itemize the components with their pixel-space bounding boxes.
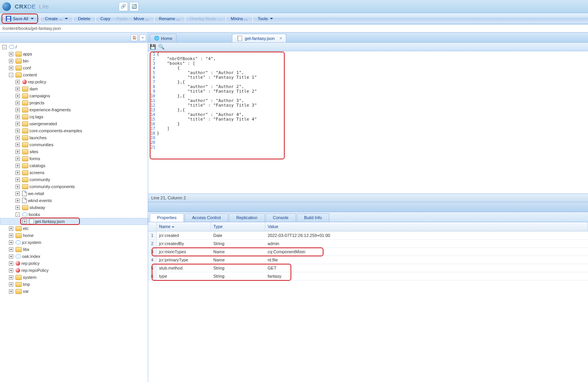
tree-node-jcr:system[interactable]: +jcr:system — [0, 239, 148, 246]
tab-build-info[interactable]: Build Info — [297, 213, 329, 222]
editor-save-icon[interactable]: 💾 — [150, 44, 156, 50]
expand-icon[interactable]: + — [16, 94, 20, 98]
rename-button[interactable]: Rename ... — [156, 15, 183, 22]
tab-properties[interactable]: Properties — [150, 213, 184, 222]
tree-home-button[interactable]: 🏠 — [131, 34, 138, 41]
tree-node-books[interactable]: -books — [0, 211, 148, 218]
properties-grid[interactable]: 1jcr:createdDate2022-03-07T12:26:12.259+… — [148, 232, 588, 382]
tree-node-rep:policy[interactable]: +rep:policy — [0, 78, 148, 85]
tree-node-community[interactable]: +community — [0, 176, 148, 183]
property-row[interactable]: 1jcr:createdDate2022-03-07T12:26:12.259+… — [148, 232, 588, 240]
tree-node-we-retail[interactable]: +we-retail — [0, 190, 148, 197]
expand-icon[interactable]: + — [9, 282, 13, 287]
tree-node-home[interactable]: +home — [0, 232, 148, 239]
tree-node-tmp[interactable]: +tmp — [0, 281, 148, 288]
expand-icon[interactable]: + — [16, 178, 20, 182]
expand-icon[interactable]: + — [9, 226, 13, 231]
copy-button[interactable]: Copy — [97, 15, 114, 22]
mixins-button[interactable]: Mixins ... — [228, 15, 251, 22]
breadcrumb[interactable]: /content/books/get-fantasy.json — [0, 24, 588, 33]
header-tool-link-icon[interactable]: 🔗 — [119, 2, 128, 11]
expand-icon[interactable]: + — [9, 66, 13, 70]
expand-icon[interactable]: + — [22, 220, 27, 224]
expand-icon[interactable]: - — [2, 45, 7, 49]
tree-node-forms[interactable]: +forms — [0, 155, 148, 162]
expand-icon[interactable]: + — [16, 108, 20, 112]
tab-home[interactable]: 🌐 Home — [150, 34, 176, 42]
property-row[interactable]: 6typeStringfantasy — [148, 272, 588, 280]
property-row[interactable]: 4jcr:primaryTypeNament:file — [148, 256, 588, 264]
expand-icon[interactable]: + — [16, 115, 20, 119]
col-type[interactable]: Type — [211, 222, 265, 231]
tree-node-dam[interactable]: +dam — [0, 85, 148, 92]
col-name[interactable]: Name — [157, 222, 211, 231]
tree-node-apps[interactable]: +apps — [0, 50, 148, 57]
tree-node-communities[interactable]: +communities — [0, 141, 148, 148]
tree-node-cq:tags[interactable]: +cq:tags — [0, 113, 148, 120]
delete-button[interactable]: Delete — [75, 15, 93, 22]
expand-icon[interactable]: + — [9, 52, 13, 56]
save-all-button[interactable]: Save All — [3, 15, 37, 22]
code-editor[interactable]: 123456789101112131415161718192021 { "nbr… — [148, 51, 588, 150]
tree-node-usergenerated[interactable]: +usergenerated — [0, 120, 148, 127]
tree-collapse-button[interactable]: « — [139, 34, 146, 41]
move-button[interactable]: Move ... — [131, 15, 152, 22]
expand-icon[interactable]: + — [9, 247, 13, 252]
create-button[interactable]: Create ... — [42, 15, 71, 22]
expand-icon[interactable]: + — [16, 80, 20, 84]
tree-node-catalogs[interactable]: +catalogs — [0, 162, 148, 169]
tools-button[interactable]: Tools — [254, 15, 276, 22]
tree-node-libs[interactable]: +libs — [0, 246, 148, 253]
expand-icon[interactable]: + — [16, 122, 20, 126]
expand-icon[interactable]: + — [9, 275, 13, 280]
expand-icon[interactable]: + — [9, 233, 13, 238]
tree-node-get-fantasy[interactable]: +get-fantasy.json — [0, 218, 148, 225]
tree-node-experience-fragments[interactable]: +experience-fragments — [0, 106, 148, 113]
expand-icon[interactable]: - — [9, 73, 13, 77]
property-row[interactable]: 2jcr:createdByStringadmin — [148, 240, 588, 248]
header-tool-refresh-icon[interactable]: 🔄 — [130, 2, 139, 11]
tree-node-campaigns[interactable]: +campaigns — [0, 92, 148, 99]
expand-icon[interactable]: + — [16, 101, 20, 105]
tree-node-launches[interactable]: +launches — [0, 134, 148, 141]
expand-icon[interactable]: + — [16, 157, 20, 161]
expand-icon[interactable]: + — [16, 185, 20, 189]
expand-icon[interactable]: + — [16, 143, 20, 147]
tree-node-etc[interactable]: +etc — [0, 225, 148, 232]
expand-icon[interactable]: + — [16, 199, 20, 203]
tab-file[interactable]: get-fantasy.json × — [232, 34, 286, 42]
tree-node-core-components-examples[interactable]: +core-components-examples — [0, 127, 148, 134]
tree-node-projects[interactable]: +projects — [0, 99, 148, 106]
expand-icon[interactable]: + — [16, 171, 20, 175]
tab-access-control[interactable]: Access Control — [185, 213, 228, 222]
property-row[interactable]: 5stub.methodStringGET — [148, 264, 588, 272]
tree-node-conf[interactable]: +conf — [0, 64, 148, 71]
close-icon[interactable]: × — [279, 36, 282, 41]
expand-icon[interactable]: + — [16, 150, 20, 154]
expand-icon[interactable]: + — [16, 129, 20, 133]
expand-icon[interactable]: + — [16, 87, 20, 91]
tab-console[interactable]: Console — [266, 213, 296, 222]
tab-replication[interactable]: Replication — [229, 213, 265, 222]
expand-icon[interactable]: + — [16, 136, 20, 140]
tree-node-system[interactable]: +system — [0, 274, 148, 281]
tree-node-rep:policy[interactable]: +rep:policy — [0, 260, 148, 267]
tree-node-oak:index[interactable]: +oak:index — [0, 253, 148, 260]
expand-icon[interactable]: + — [9, 261, 13, 266]
repository-tree[interactable]: -/+apps+bin+conf-content+rep:policy+dam+… — [0, 43, 148, 382]
tree-node-sites[interactable]: +sites — [0, 148, 148, 155]
tree-node-stubway[interactable]: +stubway — [0, 204, 148, 211]
tree-node-wknd-events[interactable]: +wknd-events — [0, 197, 148, 204]
expand-icon[interactable]: + — [16, 192, 20, 196]
tree-node-screens[interactable]: +screens — [0, 169, 148, 176]
tree-node-bin[interactable]: +bin — [0, 57, 148, 64]
tree-node-community-components[interactable]: +community-components — [0, 183, 148, 190]
tree-node-var[interactable]: +var — [0, 288, 148, 295]
property-row[interactable]: 3jcr:mixinTypesNamecq:ComponentMixin — [148, 248, 588, 256]
expand-icon[interactable]: + — [16, 206, 20, 210]
col-value[interactable]: Value — [265, 222, 588, 231]
tree-node-rep:repoPolicy[interactable]: +rep:repoPolicy — [0, 267, 148, 274]
expand-icon[interactable]: + — [9, 268, 13, 273]
expand-icon[interactable]: + — [9, 254, 13, 259]
tree-node-root[interactable]: -/ — [0, 43, 148, 50]
